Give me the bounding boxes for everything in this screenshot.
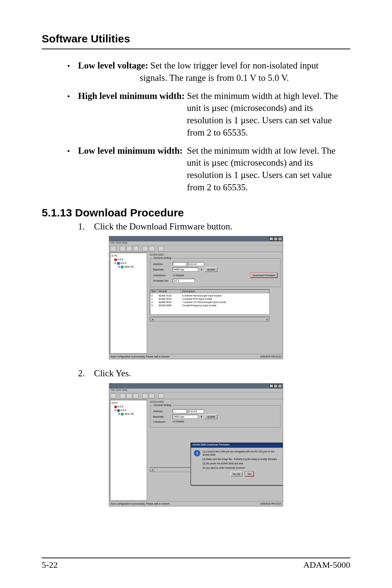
field-label: Address:: [153, 263, 171, 265]
update-button[interactable]: Update: [205, 267, 217, 272]
breadcrumb: ADAM-5000: [150, 253, 281, 256]
address-field[interactable]: [173, 262, 187, 266]
table-header[interactable]: Slot: [150, 290, 158, 293]
scroll-right-icon[interactable]: ▸: [265, 317, 269, 321]
tree-node[interactable]: ⊟ 8.0.0: [111, 261, 146, 265]
baudrate-select[interactable]: 9600 bps: [173, 268, 198, 272]
tree-view[interactable]: ⊟ PC 8.0.0 ⊟ 8.0.0 ⊞ other list: [110, 253, 147, 353]
ordered-list: 2. Click Yes.: [78, 367, 350, 380]
yes-button[interactable]: Yes: [245, 472, 254, 476]
list-item: 1. Click the Download Firmware button.: [78, 220, 350, 233]
close-icon[interactable]: ×: [278, 237, 282, 241]
scroll-left-icon[interactable]: ◂: [150, 468, 155, 472]
toolbar-button[interactable]: [158, 246, 164, 251]
toolbar-button[interactable]: [120, 393, 126, 398]
baudrate-select[interactable]: 9600 bps: [173, 415, 198, 419]
footer-rule: [42, 558, 350, 558]
list-number: 2.: [78, 367, 94, 380]
minimize-icon[interactable]: _: [269, 237, 273, 241]
tree-node[interactable]: 8.0.0: [111, 258, 146, 261]
toolbar-button[interactable]: [110, 393, 116, 398]
menubar[interactable]: File Tools Help: [109, 389, 283, 393]
bullet-term: Low level minimum width:: [78, 146, 183, 156]
firmware-field[interactable]: A2.1: [173, 279, 195, 283]
toolbar-button[interactable]: [126, 393, 132, 398]
no-button[interactable]: No (N): [230, 472, 242, 476]
bullet-dot: •: [67, 90, 78, 139]
info-icon: i: [194, 450, 200, 456]
tree-node[interactable]: ⊞ other list: [111, 412, 146, 416]
update-button[interactable]: Update: [205, 414, 217, 419]
close-icon[interactable]: ×: [278, 384, 282, 388]
toolbar-button[interactable]: [149, 393, 155, 398]
bullet-desc: Set the low trigger level for non-isolat…: [148, 61, 318, 70]
download-dialog: ADAM-5000 Download Firmware i (1) Connec…: [191, 443, 283, 485]
address-field[interactable]: 8.0.0.0: [188, 262, 204, 266]
toolbar-button[interactable]: [142, 246, 148, 251]
page-title: Software Utilities: [42, 33, 350, 45]
tree-node[interactable]: ⊞ other list: [111, 265, 146, 269]
ordered-list: 1. Click the Download Firmware button.: [78, 220, 350, 233]
bullet-desc: Set the minimum width at low level. The …: [187, 145, 350, 194]
toolbar: [109, 393, 283, 399]
toolbar-button[interactable]: [158, 393, 164, 398]
address-field[interactable]: [173, 409, 187, 413]
status-time: 2006/9/28 PM 03:02: [260, 355, 281, 358]
bullet-dot: •: [67, 145, 78, 194]
table-row[interactable]: 3ADAM-5080Counter/Frequency input module: [151, 304, 268, 307]
minimize-icon[interactable]: _: [269, 384, 273, 388]
toolbar-button[interactable]: [110, 246, 116, 251]
general-setting-group: General Setting Address: 8.0.0.0 Baudrat…: [150, 405, 281, 427]
list-text: Click the Download Firmware button.: [94, 220, 232, 233]
bullet-item: • High level minimum width: Set the mini…: [67, 90, 350, 139]
address-field[interactable]: 8.0.0.0: [188, 409, 204, 413]
field-label: Address:: [153, 410, 171, 413]
scroll-left-icon[interactable]: ◂: [150, 317, 155, 321]
toolbar: [109, 245, 283, 252]
chevron-down-icon[interactable]: ▾: [200, 415, 203, 418]
main-panel: ADAM-5000 General Setting Address: 8.0.0…: [148, 399, 283, 501]
checksum-value: ☑ Disable: [173, 274, 184, 277]
table-header[interactable]: Module: [158, 290, 181, 293]
page-number: 5-22: [42, 560, 58, 570]
toolbar-button[interactable]: [149, 246, 155, 251]
maximize-icon[interactable]: □: [274, 237, 278, 241]
tree-node[interactable]: ⊟ PC: [111, 401, 146, 405]
toolbar-button[interactable]: [120, 246, 126, 251]
tree-node[interactable]: ⊟ PC: [111, 254, 146, 258]
field-label: Baudrate:: [153, 268, 171, 271]
field-label: Firmware Ver:: [153, 279, 171, 282]
bullet-dot: •: [67, 59, 78, 84]
tree-node[interactable]: 8.0.0: [111, 405, 146, 409]
table-row[interactable]: 0ADAM-50186-channel thermocouple input m…: [151, 294, 268, 297]
dialog-title: ADAM-5000 Download Firmware: [191, 443, 283, 448]
toolbar-button[interactable]: [142, 393, 148, 398]
bullet-desc: Set the minimum width at high level. The…: [187, 90, 350, 139]
horizontal-scrollbar[interactable]: ◂ ▸: [150, 317, 270, 322]
doc-name: ADAM-5000: [303, 560, 350, 570]
window-titlebar: _ □ ×: [109, 384, 283, 389]
table-row[interactable]: 1ADAM-50133-channel RTD input module: [151, 297, 268, 301]
menubar[interactable]: File Tools Help: [109, 241, 283, 245]
field-label: Checksum:: [153, 274, 171, 277]
dialog-text: (1) Connect the COM port you designate w…: [203, 450, 282, 476]
section-heading: 5.1.13 Download Procedure: [42, 207, 350, 219]
toolbar-button[interactable]: [126, 246, 132, 251]
header-rule: [42, 49, 350, 49]
status-text: Auto-Configuration is processing. Please…: [111, 355, 170, 358]
table-header[interactable]: Description: [181, 290, 269, 293]
tree-view[interactable]: ⊟ PC 8.0.0 ⊟ 8.0.0 ⊞ other list: [110, 400, 147, 501]
download-firmware-button[interactable]: Download Firmware: [250, 273, 277, 278]
figure-wrapper: _ □ × File Tools Help ⊟ PC 8.0.0 ⊟ 8.0.0…: [42, 236, 350, 359]
checksum-value: ☑ Disable: [173, 420, 184, 423]
table-row[interactable]: 2ADAM-50187-channel T/C thermocouple inp…: [151, 301, 268, 304]
maximize-icon[interactable]: □: [274, 384, 278, 388]
figure-wrapper: _ □ × File Tools Help ⊟ PC 8.0.0 ⊟ 8.0.0…: [42, 383, 350, 506]
app-screenshot: _ □ × File Tools Help ⊟ PC 8.0.0 ⊟ 8.0.0…: [109, 383, 283, 506]
tree-node[interactable]: ⊟ 8.0.0: [111, 409, 146, 412]
toolbar-button[interactable]: [133, 246, 139, 251]
bullet-term: Low level voltage:: [78, 61, 148, 70]
toolbar-button[interactable]: [133, 393, 139, 398]
general-setting-group: General Setting Address: 8.0.0.0 Baudrat…: [150, 258, 281, 287]
chevron-down-icon[interactable]: ▾: [200, 268, 203, 271]
